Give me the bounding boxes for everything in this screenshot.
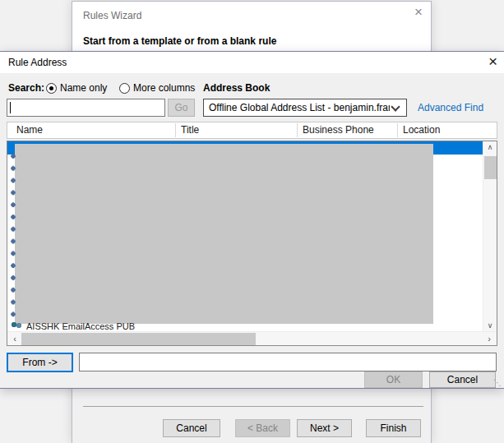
chevron-down-icon <box>391 102 400 111</box>
search-label: Search: <box>8 82 44 94</box>
column-header-location[interactable]: Location <box>403 124 440 136</box>
from-button[interactable]: From -> <box>7 353 73 372</box>
horizontal-scrollbar-thumb[interactable] <box>21 333 256 345</box>
search-input[interactable] <box>7 99 165 117</box>
wizard-back-button: < Back <box>235 419 290 437</box>
list-item-name: AISSHK EmailAccess PUB <box>26 321 135 330</box>
scroll-left-icon[interactable]: ‹ <box>9 333 21 345</box>
radio-more-columns-label[interactable]: More columns <box>133 82 195 94</box>
rule-address-dialog: Rule Address × Search: Name only More co… <box>0 51 504 389</box>
redacted-content-block <box>15 144 433 324</box>
scroll-right-icon[interactable]: › <box>483 333 495 345</box>
column-divider[interactable] <box>297 123 298 137</box>
ok-button: OK <box>364 371 423 388</box>
rules-wizard-title: Rules Wizard <box>83 10 141 21</box>
distribution-list-icon <box>11 322 22 330</box>
column-divider[interactable] <box>175 123 176 137</box>
go-button: Go <box>168 99 195 117</box>
text-caret <box>10 102 11 113</box>
screen: Rules Wizard × Start from a template or … <box>0 0 504 443</box>
advanced-find-link[interactable]: Advanced Find <box>418 102 483 113</box>
rule-address-titlebar: Rule Address × <box>0 52 504 73</box>
scroll-down-icon[interactable]: ∨ <box>483 321 497 330</box>
list-column-headers: Name Title Business Phone Location <box>7 122 497 139</box>
address-book-selected-value: Offline Global Address List - benjamin.f… <box>209 102 390 113</box>
close-icon[interactable]: × <box>414 5 423 19</box>
vertical-scrollbar-thumb[interactable] <box>484 156 497 179</box>
cancel-button[interactable]: Cancel <box>429 371 496 388</box>
horizontal-scrollbar[interactable]: ‹ › <box>7 331 497 345</box>
scroll-up-icon[interactable]: ∧ <box>483 143 497 151</box>
close-icon[interactable]: × <box>488 53 497 71</box>
footer-separator <box>83 406 423 407</box>
address-list[interactable]: AISSHK EmailAccess PUB ∧ ∨ ‹ › <box>7 141 497 346</box>
column-header-title[interactable]: Title <box>181 124 199 136</box>
wizard-next-button[interactable]: Next > <box>297 419 352 437</box>
address-book-label: Address Book <box>203 82 270 94</box>
radio-name-only[interactable] <box>46 83 57 94</box>
resize-grip-icon[interactable]: ⋱ <box>493 379 502 387</box>
wizard-cancel-button[interactable]: Cancel <box>163 419 220 437</box>
rules-wizard-subtitle: Start from a template or from a blank ru… <box>83 35 276 47</box>
from-recipients-field[interactable] <box>79 353 497 371</box>
column-header-business-phone[interactable]: Business Phone <box>303 124 374 136</box>
wizard-finish-button[interactable]: Finish <box>366 419 421 437</box>
rule-address-title: Rule Address <box>8 57 67 68</box>
column-divider[interactable] <box>397 123 398 137</box>
vertical-scrollbar[interactable]: ∧ ∨ <box>483 141 497 331</box>
radio-more-columns[interactable] <box>119 83 130 94</box>
address-book-dropdown[interactable]: Offline Global Address List - benjamin.f… <box>203 99 407 117</box>
radio-name-only-label[interactable]: Name only <box>60 82 107 94</box>
contact-icon-column <box>11 153 16 324</box>
list-item[interactable]: AISSHK EmailAccess PUB <box>10 321 273 330</box>
column-header-name[interactable]: Name <box>16 124 43 136</box>
